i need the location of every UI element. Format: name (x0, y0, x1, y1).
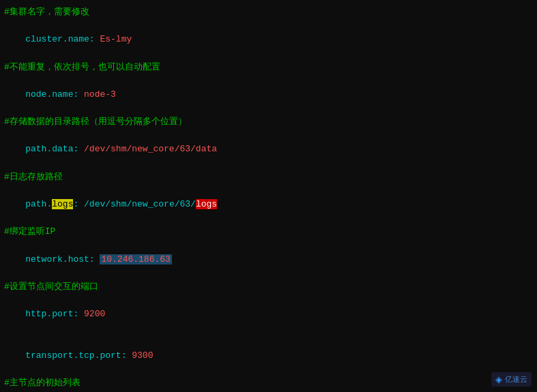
line-12: http.port: 9200 (4, 294, 533, 335)
key-path-logs-colon: : /dev/shm/new_core/63/ (73, 199, 195, 209)
watermark: ◈ 亿速云 (491, 372, 532, 387)
line-11: #设置节点间交互的端口 (4, 280, 533, 294)
key-logs-highlight: logs (52, 199, 73, 209)
line-7: #日志存放路径 (4, 170, 533, 184)
val-path-data: /dev/shm/new_core/63/data (84, 144, 217, 154)
key-transport-port: transport.tcp.port: (25, 350, 132, 361)
line-4: node.name: node-3 (4, 74, 533, 115)
line-13: transport.tcp.port: 9300 (4, 335, 533, 376)
key-network-host: network.host: (25, 254, 100, 265)
key-path-data: path.data: (25, 144, 84, 154)
line-8: path.logs: /dev/shm/new_core/63/logs (4, 184, 533, 225)
line-5: #存储数据的目录路径（用逗号分隔多个位置） (4, 115, 533, 129)
line-14: #主节点的初始列表 (4, 376, 533, 390)
terminal: #集群名字，需要修改 cluster.name: Es-lmy #不能重复，依次… (0, 0, 537, 392)
val-http-port: 9200 (84, 309, 105, 319)
line-1: #集群名字，需要修改 (4, 5, 533, 19)
key-cluster-name: cluster.name: (25, 34, 100, 44)
val-cluster-name: Es-lmy (100, 34, 132, 44)
line-6: path.data: /dev/shm/new_core/63/data (4, 129, 533, 170)
line-2: cluster.name: Es-lmy (4, 19, 533, 60)
key-path-logs-prefix: path. (25, 199, 52, 209)
line-10: network.host: 10.246.186.63 (4, 239, 533, 280)
line-3: #不能重复，依次排号，也可以自动配置 (4, 61, 533, 74)
key-http-port: http.port: (25, 309, 84, 319)
val-transport-port: 9300 (132, 350, 153, 361)
key-node-name: node.name: (25, 89, 84, 100)
watermark-icon: ◈ (495, 374, 502, 385)
val-logs-highlight: logs (196, 199, 217, 209)
line-9: #绑定监听IP (4, 225, 533, 239)
watermark-text: 亿速云 (505, 374, 527, 385)
val-node-name: node-3 (84, 89, 116, 100)
val-network-host: 10.246.186.63 (100, 254, 171, 265)
